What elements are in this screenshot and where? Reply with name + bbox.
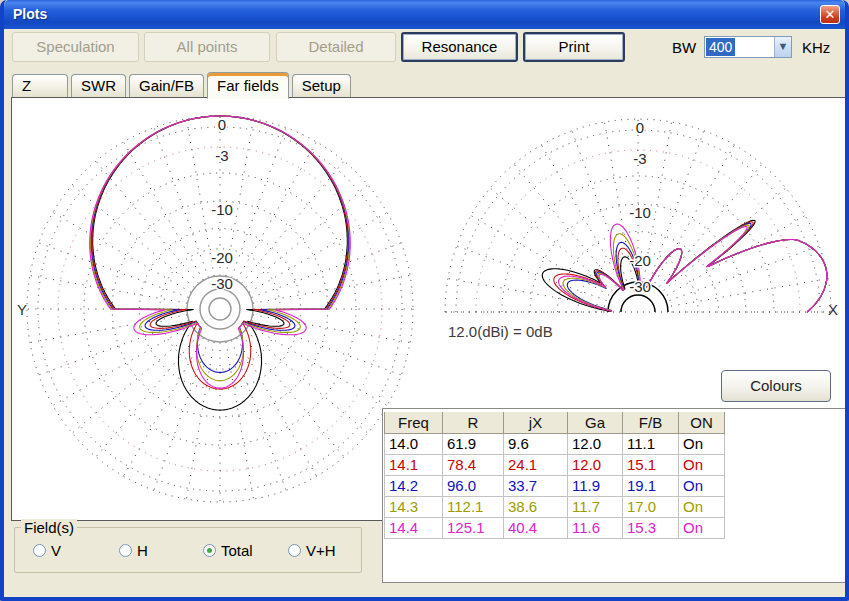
table-row: 14.3112.138.611.717.0On [385, 496, 725, 517]
table-cell[interactable]: 15.1 [623, 454, 679, 475]
bw-label: BW [672, 39, 696, 56]
table-cell[interactable]: On [679, 496, 725, 517]
close-icon[interactable]: ✕ [820, 5, 840, 24]
table-cell[interactable]: 14.4 [385, 517, 443, 538]
ring-label--3: -3 [633, 150, 646, 167]
ring-label--10: -10 [211, 201, 233, 218]
window-title: Plots [13, 6, 47, 22]
table-cell[interactable]: 14.1 [385, 454, 443, 475]
table-row: 14.061.99.612.011.1On [385, 433, 725, 454]
radio-v-h[interactable]: V+H [288, 542, 336, 559]
radio-circle-icon [119, 544, 132, 557]
table-header-row: FreqRjXGaF/BON [385, 411, 725, 433]
ring-label--10: -10 [629, 204, 651, 221]
tab-strip: ZSWRGain/FBFar fieldsSetup [12, 71, 354, 98]
table-cell[interactable]: 40.4 [504, 517, 568, 538]
table-row: 14.178.424.112.015.1On [385, 454, 725, 475]
radio-h[interactable]: H [119, 542, 148, 559]
table-cell[interactable]: 33.7 [504, 475, 568, 496]
table-cell[interactable]: On [679, 475, 725, 496]
column-header-r[interactable]: R [443, 411, 504, 433]
bw-combobox[interactable]: 400 ▼ [704, 36, 792, 58]
frequency-table-panel: FreqRjXGaF/BON 14.061.99.612.011.1On14.1… [382, 408, 849, 583]
radio-circle-icon [203, 544, 216, 557]
ring-label--30: -30 [629, 278, 651, 295]
radio-label: Total [221, 542, 253, 559]
y-axis-label: Y [17, 301, 27, 318]
table-row: 14.4125.140.411.615.3On [385, 517, 725, 538]
table-cell[interactable]: 24.1 [504, 454, 568, 475]
ring-label-0: 0 [218, 116, 226, 133]
radio-v[interactable]: V [33, 542, 61, 559]
table-cell[interactable]: 17.0 [623, 496, 679, 517]
column-header-jx[interactable]: jX [504, 411, 568, 433]
x-axis-label: X [828, 301, 838, 318]
tab-z[interactable]: Z [12, 74, 68, 98]
table-cell[interactable]: 12.0 [568, 433, 623, 454]
radio-total[interactable]: Total [203, 542, 253, 559]
table-cell[interactable]: 78.4 [443, 454, 504, 475]
column-header-freq[interactable]: Freq [385, 411, 443, 433]
table-cell[interactable]: 15.3 [623, 517, 679, 538]
table-cell[interactable]: 14.2 [385, 475, 443, 496]
table-cell[interactable]: On [679, 517, 725, 538]
fields-groupbox: Field(s) VHTotalV+H [14, 527, 362, 573]
gain-reference-caption: 12.0(dBi) = 0dB [448, 323, 553, 340]
detailed-button[interactable]: Detailed [276, 32, 396, 62]
bw-value: 400 [706, 38, 735, 56]
print-button[interactable]: Print [523, 32, 625, 62]
column-header-ga[interactable]: Ga [568, 411, 623, 433]
table-cell[interactable]: On [679, 433, 725, 454]
column-header-on[interactable]: ON [679, 411, 725, 433]
radio-circle-icon [33, 544, 46, 557]
speculation-button[interactable]: Speculation [12, 32, 139, 62]
radio-circle-icon [288, 544, 301, 557]
table-row: 14.296.033.711.919.1On [385, 475, 725, 496]
table-cell[interactable]: 61.9 [443, 433, 504, 454]
column-header-fb[interactable]: F/B [623, 411, 679, 433]
table-cell[interactable]: 11.7 [568, 496, 623, 517]
table-cell[interactable]: 14.3 [385, 496, 443, 517]
fields-groupbox-label: Field(s) [21, 519, 77, 536]
table-cell[interactable]: On [679, 454, 725, 475]
tab-swr[interactable]: SWR [71, 74, 126, 98]
table-cell[interactable]: 12.0 [568, 454, 623, 475]
table-cell[interactable]: 11.9 [568, 475, 623, 496]
ring-label--20: -20 [629, 252, 651, 269]
khz-label: KHz [802, 39, 830, 56]
resonance-button[interactable]: Resonance [401, 32, 518, 62]
radio-label: H [137, 542, 148, 559]
table-cell[interactable]: 9.6 [504, 433, 568, 454]
ring-label--3: -3 [215, 147, 228, 164]
ring-label--20: -20 [211, 249, 233, 266]
table-cell[interactable]: 11.6 [568, 517, 623, 538]
table-cell[interactable]: 125.1 [443, 517, 504, 538]
chevron-down-icon[interactable]: ▼ [774, 37, 791, 57]
plots-window: Plots ✕ Speculation All points Detailed … [0, 0, 849, 601]
table-cell[interactable]: 14.0 [385, 433, 443, 454]
radio-label: V+H [306, 542, 336, 559]
tab-gain-fb[interactable]: Gain/FB [129, 74, 204, 98]
tab-far-fields[interactable]: Far fields [207, 72, 289, 99]
ring-label-0: 0 [636, 119, 644, 136]
ring-label--30: -30 [211, 275, 233, 292]
radio-label: V [51, 542, 61, 559]
table-cell[interactable]: 38.6 [504, 496, 568, 517]
table-cell[interactable]: 112.1 [443, 496, 504, 517]
title-bar[interactable]: Plots ✕ [4, 0, 845, 29]
table-cell[interactable]: 11.1 [623, 433, 679, 454]
all-points-button[interactable]: All points [144, 32, 270, 62]
tab-setup[interactable]: Setup [292, 74, 351, 98]
field-radio-group: VHTotalV+H [15, 542, 361, 560]
frequency-table: FreqRjXGaF/BON 14.061.99.612.011.1On14.1… [384, 410, 725, 539]
table-body: 14.061.99.612.011.1On14.178.424.112.015.… [385, 433, 725, 538]
table-cell[interactable]: 96.0 [443, 475, 504, 496]
table-cell[interactable]: 19.1 [623, 475, 679, 496]
colours-button[interactable]: Colours [721, 370, 831, 402]
